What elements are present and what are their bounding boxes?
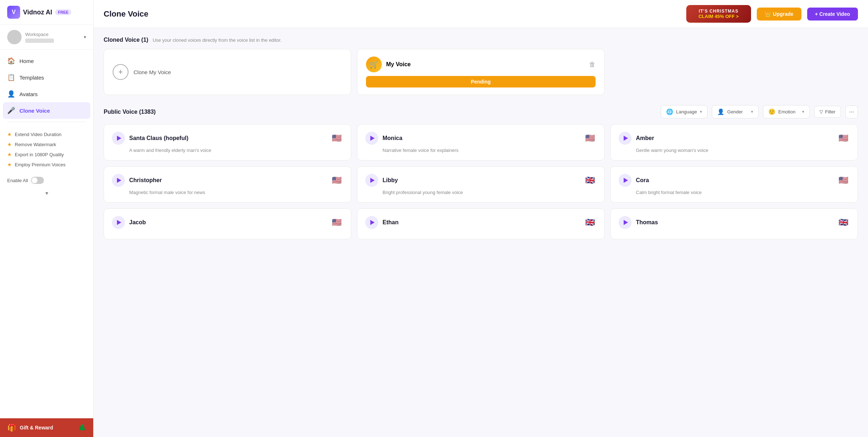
sidebar-item-home[interactable]: 🏠 Home [0,53,93,69]
emotion-filter-label: Emotion [778,109,796,114]
premium-extend[interactable]: ★ Extend Video Duration [7,129,86,139]
clone-my-voice-card[interactable]: + Clone My Voice [104,49,351,95]
delete-voice-button[interactable]: 🗑 [589,61,596,68]
voice-card-christopher[interactable]: Christopher 🇺🇸 Magnetic formal male voic… [104,166,351,203]
free-badge: FREE [55,9,71,15]
filter-button[interactable]: ▽ Filter [814,106,841,118]
voice-card-jacob[interactable]: Jacob 🇺🇸 [104,208,351,239]
crown-icon: 👑 [765,11,771,17]
play-triangle-icon [370,220,375,225]
premium-voices-label: Employ Premium Voices [15,162,65,167]
collapse-button[interactable]: ▾ [0,187,93,199]
gender-filter[interactable]: 👤 Gender ▾ [712,105,759,118]
sidebar-item-avatars-label: Avatars [19,91,38,97]
public-voice-title: Public Voice (1383) [104,109,156,115]
voice-christopher-flag: 🇺🇸 [330,174,343,187]
voice-card-ethan-header: Ethan 🇬🇧 [365,216,596,229]
star-icon-3: ★ [7,152,12,157]
voice-card-jacob-header: Jacob 🇺🇸 [112,216,343,229]
cloned-section-header: Cloned Voice (1) Use your cloned voices … [104,37,858,43]
voice-card-libby-header: Libby 🇬🇧 [365,174,596,187]
voice-card-libby[interactable]: Libby 🇬🇧 Bright professional young femal… [357,166,605,203]
enable-all-label: Enable All [7,178,28,183]
clone-plus-icon: + [113,64,128,80]
gift-label: Gift & Reward [20,425,53,431]
tree-icon: 🌲 [78,424,86,432]
premium-quality-label: Export in 1080P Quality [15,152,64,157]
play-jacob-button[interactable] [112,216,125,229]
voice-libby-name: Libby [383,177,579,184]
logo-text: Vidnoz AI [23,9,52,16]
voice-thomas-name: Thomas [636,219,832,226]
premium-quality[interactable]: ★ Export in 1080P Quality [7,149,86,159]
voice-grid: Santa Claus (hopeful) 🇺🇸 A warm and frie… [104,124,858,239]
filter-funnel-icon: ▽ [819,109,823,114]
voice-monica-desc: Narrative female voice for explainers [365,148,596,153]
logo-icon: V [7,6,20,19]
voice-monica-flag: 🇺🇸 [583,132,596,145]
premium-voices[interactable]: ★ Employ Premium Voices [7,159,86,170]
voice-card-thomas[interactable]: Thomas 🇬🇧 [610,208,858,239]
voice-card-cora[interactable]: Cora 🇺🇸 Calm bright formal female voice [610,166,858,203]
logo-letter: V [12,9,16,15]
voice-cora-name: Cora [636,177,832,184]
sidebar-item-avatars[interactable]: 👤 Avatars [0,86,93,102]
gender-icon: 👤 [717,108,724,115]
voice-christopher-desc: Magnetic formal male voice for news [112,190,343,195]
nav-divider [7,122,86,122]
voice-ethan-flag: 🇬🇧 [583,216,596,229]
play-triangle-icon [117,178,121,183]
emotion-chevron-icon: ▾ [802,109,804,114]
pending-badge[interactable]: Pending [366,76,596,87]
play-triangle-icon [370,178,375,183]
gift-reward-banner[interactable]: 🎁 Gift & Reward 🌲 [0,418,93,437]
clone-my-voice-label: Clone My Voice [134,69,171,75]
play-libby-button[interactable] [365,174,378,187]
premium-section: ★ Extend Video Duration ★ Remove Waterma… [0,125,93,174]
upgrade-label: Upgrade [773,11,794,17]
enable-all-toggle[interactable] [31,177,44,184]
play-amber-button[interactable] [619,132,632,145]
chevron-down-icon: ▾ [84,35,86,40]
emotion-filter[interactable]: 🙂 Emotion ▾ [763,105,810,118]
workspace-label: Workspace [25,32,80,37]
cloned-voices-grid: + Clone My Voice 🛒 My Voice 🗑 Pending [104,49,858,95]
voice-libby-desc: Bright professional young female voice [365,190,596,195]
play-ethan-button[interactable] [365,216,378,229]
page-header: Clone Voice IT'S CHRISTMAS CLAIM 45% OFF… [94,0,868,28]
sidebar-item-clone-voice[interactable]: 🎤 Clone Voice [3,102,90,119]
voice-cora-desc: Calm bright formal female voice [619,190,850,195]
voice-jacob-flag: 🇺🇸 [330,216,343,229]
voice-santa-name: Santa Claus (hopeful) [129,135,326,141]
play-triangle-icon [624,136,628,141]
play-monica-button[interactable] [365,132,378,145]
sidebar-item-clone-voice-label: Clone Voice [19,108,50,114]
play-santa-button[interactable] [112,132,125,145]
christmas-banner[interactable]: IT'S CHRISTMAS CLAIM 45% OFF > [686,5,751,23]
christmas-top-text: IT'S CHRISTMAS [693,9,745,14]
filters-row: Public Voice (1383) 🌐 Language ▾ 👤 Gende… [104,105,858,118]
workspace-selector[interactable]: Workspace ▾ [0,25,93,50]
more-options-button[interactable]: ··· [845,105,858,118]
play-triangle-icon [624,178,628,183]
premium-watermark[interactable]: ★ Remove Watermark [7,139,86,149]
play-christopher-button[interactable] [112,174,125,187]
voice-card-santa[interactable]: Santa Claus (hopeful) 🇺🇸 A warm and frie… [104,124,351,161]
create-video-button[interactable]: + Create Video [807,8,858,21]
play-cora-button[interactable] [619,174,632,187]
language-filter[interactable]: 🌐 Language ▾ [661,105,707,118]
sidebar-item-templates[interactable]: 📋 Templates [0,69,93,86]
sidebar-item-home-label: Home [19,58,34,64]
upgrade-button[interactable]: 👑 Upgrade [757,8,801,21]
voice-card-monica[interactable]: Monica 🇺🇸 Narrative female voice for exp… [357,124,605,161]
my-voice-avatar: 🛒 [366,57,382,72]
voice-card-amber[interactable]: Amber 🇺🇸 Gentle warm young woman's voice [610,124,858,161]
voice-santa-flag: 🇺🇸 [330,132,343,145]
gift-icon: 🎁 [7,423,16,432]
play-thomas-button[interactable] [619,216,632,229]
gender-filter-label: Gender [727,109,743,114]
templates-icon: 📋 [7,73,15,81]
language-chevron-icon: ▾ [700,109,702,114]
voice-card-cora-header: Cora 🇺🇸 [619,174,850,187]
voice-card-ethan[interactable]: Ethan 🇬🇧 [357,208,605,239]
